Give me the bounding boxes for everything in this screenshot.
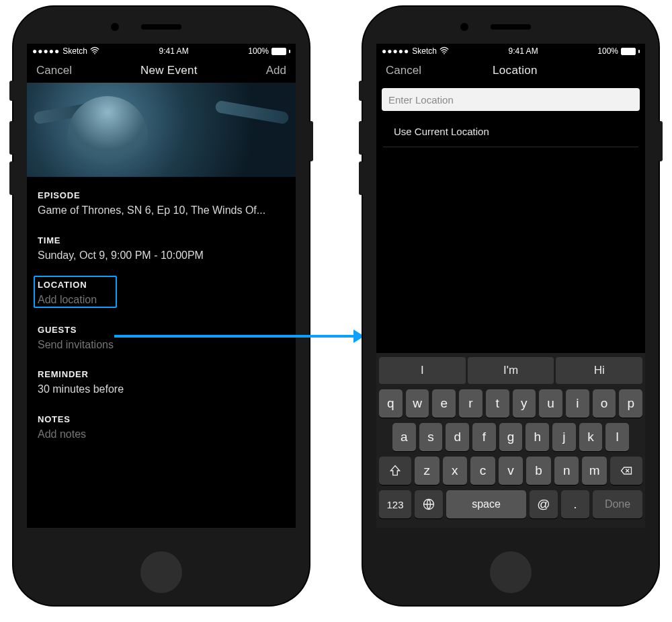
screen-location: ●●●●● Sketch 9:41 AM 100% Cancel Locatio… [376, 44, 645, 528]
hw-volume-down [359, 161, 363, 195]
shift-key[interactable] [379, 457, 411, 485]
dot-key[interactable]: . [561, 490, 589, 518]
key-d[interactable]: d [446, 423, 469, 451]
key-row-3: z x c v b n m [379, 457, 642, 485]
guests-placeholder: Send invitations [38, 338, 285, 352]
key-g[interactable]: g [499, 423, 523, 451]
key-t[interactable]: t [486, 389, 509, 418]
hw-speaker [491, 24, 531, 30]
phone-mockup-right: ●●●●● Sketch 9:41 AM 100% Cancel Locatio… [363, 7, 659, 605]
carrier-label: Sketch [62, 46, 87, 56]
results-area [376, 147, 645, 353]
wifi-icon [90, 46, 99, 56]
carrier-label: Sketch [412, 46, 437, 56]
episode-section[interactable]: EPISODE Game of Thrones, SN 6, Ep 10, Th… [38, 190, 285, 218]
episode-label: EPISODE [38, 190, 285, 200]
suggestion[interactable]: I [379, 357, 466, 384]
battery-icon [271, 48, 286, 55]
at-key[interactable]: @ [530, 490, 558, 518]
key-a[interactable]: a [392, 423, 416, 451]
key-y[interactable]: y [513, 389, 536, 418]
key-u[interactable]: u [539, 389, 562, 418]
notes-placeholder: Add notes [38, 427, 285, 442]
key-v[interactable]: v [499, 457, 523, 485]
nav-bar: Cancel New Event Add [27, 59, 296, 83]
hw-volume-up [359, 121, 363, 155]
wifi-icon [439, 46, 449, 56]
key-j[interactable]: j [552, 423, 576, 451]
key-row-2: a s d f g h j k l [379, 423, 642, 451]
space-key[interactable]: space [446, 490, 526, 518]
add-button[interactable]: Add [266, 64, 286, 77]
event-hero-image [27, 83, 296, 177]
location-input[interactable] [382, 88, 640, 111]
done-key[interactable]: Done [593, 490, 642, 518]
key-m[interactable]: m [582, 457, 607, 485]
key-w[interactable]: w [406, 389, 429, 418]
key-i[interactable]: i [566, 389, 589, 418]
svg-point-0 [94, 52, 95, 54]
key-c[interactable]: c [470, 457, 495, 485]
screen-new-event: ●●●●● Sketch 9:41 AM 100% Cancel New Eve… [27, 44, 296, 528]
key-row-4: 123 space @ . Done [379, 490, 642, 518]
key-s[interactable]: s [419, 423, 443, 451]
cancel-button[interactable]: Cancel [36, 64, 72, 77]
phone-mockup-left: ●●●●● Sketch 9:41 AM 100% Cancel New Eve… [13, 7, 309, 605]
globe-key[interactable] [415, 490, 443, 518]
flow-arrow-icon [114, 335, 363, 338]
key-k[interactable]: k [579, 423, 603, 451]
time-label: TIME [38, 235, 285, 245]
reminder-section[interactable]: REMINDER 30 minutes before [38, 369, 285, 397]
key-h[interactable]: h [526, 423, 549, 451]
key-n[interactable]: n [554, 457, 579, 485]
hw-home-button [490, 551, 532, 593]
time-section[interactable]: TIME Sunday, Oct 9, 9:00 PM - 10:00PM [38, 235, 285, 263]
guests-section[interactable]: GUESTS Send invitations [38, 325, 285, 352]
svg-point-1 [444, 52, 445, 54]
backspace-key[interactable] [610, 457, 642, 485]
cancel-button[interactable]: Cancel [386, 64, 421, 77]
notes-section[interactable]: NOTES Add notes [38, 414, 285, 442]
key-l[interactable]: l [605, 423, 629, 451]
nav-bar: Cancel Location [376, 59, 645, 83]
suggestion[interactable]: I'm [468, 357, 555, 384]
signal-dots-icon: ●●●●● [32, 46, 60, 56]
suggestion[interactable]: Hi [556, 357, 642, 384]
hw-mute-switch [359, 81, 363, 101]
key-r[interactable]: r [459, 389, 482, 418]
key-o[interactable]: o [593, 389, 616, 418]
key-b[interactable]: b [526, 457, 551, 485]
page-title: New Event [140, 64, 198, 77]
battery-percent: 100% [248, 46, 269, 56]
hw-speaker [141, 24, 181, 30]
reminder-label: REMINDER [38, 369, 285, 379]
signal-dots-icon: ●●●●● [382, 46, 409, 56]
episode-value: Game of Thrones, SN 6, Ep 10, The Winds … [38, 203, 285, 218]
key-z[interactable]: z [415, 457, 439, 485]
key-p[interactable]: p [619, 389, 642, 418]
key-f[interactable]: f [472, 423, 496, 451]
numbers-key[interactable]: 123 [379, 490, 411, 518]
hw-mute-switch [9, 81, 13, 101]
hw-volume-up [9, 121, 13, 155]
guests-label: GUESTS [38, 325, 285, 335]
key-e[interactable]: e [432, 389, 456, 418]
location-section[interactable]: LOCATION Add location [38, 280, 285, 307]
status-bar: ●●●●● Sketch 9:41 AM 100% [27, 44, 296, 59]
status-time: 9:41 AM [159, 46, 189, 56]
suggestion-bar: I I'm Hi [379, 357, 642, 384]
use-current-location-button[interactable]: Use Current Location [383, 116, 638, 147]
hw-power-button [659, 121, 663, 161]
time-value: Sunday, Oct 9, 9:00 PM - 10:00PM [38, 248, 285, 263]
event-form: EPISODE Game of Thrones, SN 6, Ep 10, Th… [27, 177, 296, 466]
hw-power-button [309, 121, 313, 161]
location-placeholder: Add location [38, 293, 285, 307]
hw-volume-down [9, 161, 13, 195]
location-input-wrap [376, 83, 645, 116]
key-q[interactable]: q [379, 389, 403, 418]
ios-keyboard: I I'm Hi q w e r t y u i o p a s d f [376, 353, 645, 528]
hw-camera [111, 23, 119, 31]
key-x[interactable]: x [443, 457, 468, 485]
notes-label: NOTES [38, 414, 285, 424]
key-row-1: q w e r t y u i o p [379, 389, 642, 418]
